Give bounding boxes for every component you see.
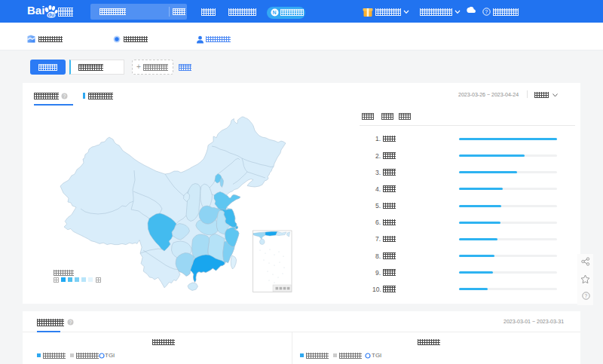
svg-text:?: ? bbox=[584, 293, 587, 298]
svg-text:?: ? bbox=[485, 9, 488, 14]
svg-text:?: ? bbox=[69, 320, 72, 325]
svg-text:N: N bbox=[273, 10, 277, 15]
svg-text:du: du bbox=[47, 11, 55, 18]
